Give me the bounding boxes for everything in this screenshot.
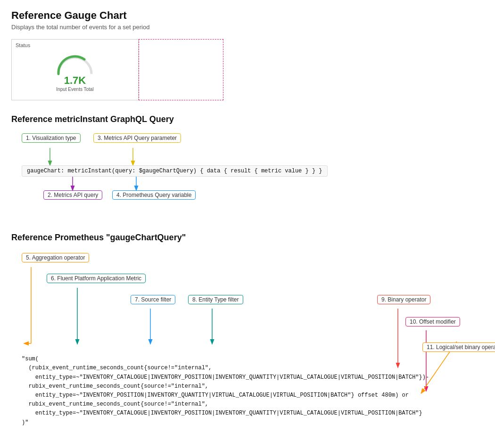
graphql-code: gaugeChart: metricInstant(query: $gaugeC… <box>22 165 328 177</box>
annotation-source-filter: 7. Source filter <box>131 295 175 304</box>
gauge-inner: 1.7K Input Events Total <box>16 42 134 97</box>
code-line-8: )" <box>22 419 28 426</box>
annotation-metrics-api-param: 3. Metrics API Query parameter <box>93 133 181 143</box>
annotation-logical-op: 11. Logical/set binary operator <box>422 342 495 352</box>
page-title: Reference Gauge Chart <box>11 9 484 22</box>
prom-title: Reference Prometheus "gaugeChartQuery" <box>11 233 484 243</box>
gauge-arc-svg <box>54 53 96 76</box>
graphql-title: Reference metricInstant GraphQL Query <box>11 114 484 124</box>
code-line-4: rubix_event_runtime_seconds_count{source… <box>22 383 208 390</box>
gauge-section: Status 1.7K Input Events Total <box>11 39 484 100</box>
gauge-metric-label: Input Events Total <box>56 87 93 92</box>
code-line-6: rubix_event_runtime_seconds_count{source… <box>22 401 208 407</box>
code-line-5: entity_type=~"INVENTORY_POSITION|INVENTO… <box>22 392 409 399</box>
annotation-agg-op: 5. Aggregation operator <box>22 253 89 262</box>
graphql-diagram: 1. Visualization type 3. Metrics API Que… <box>11 131 484 216</box>
annotation-offset-mod: 10. Offset modifier <box>405 317 460 326</box>
code-line-7: entity_type=~"INVENTORY_CATALOGUE|INVENT… <box>22 410 422 416</box>
page-subtitle: Displays the total number of events for … <box>11 24 484 31</box>
annotation-prom-query-var: 4. Prometheus Query variable <box>112 190 196 200</box>
annotation-viz-type: 1. Visualization type <box>22 133 81 143</box>
gauge-status-label: Status <box>16 42 30 48</box>
prom-diagram: 5. Aggregation operator 6. Fluent Platfo… <box>11 249 484 447</box>
graphql-section: Reference metricInstant GraphQL Query <box>11 114 484 216</box>
prom-section: Reference Prometheus "gaugeChartQuery" <box>11 233 484 447</box>
annotation-fluent-metric: 6. Fluent Platform Application Metric <box>47 274 146 283</box>
pink-dashed-box <box>139 39 223 100</box>
gauge-chart-box: Status 1.7K Input Events Total <box>11 39 139 100</box>
annotation-metrics-api-query: 2. Metrics API query <box>43 190 102 200</box>
code-line-2: (rubix_event_runtime_seconds_count{sourc… <box>22 365 212 371</box>
annotation-binary-op: 9. Binary operator <box>377 295 430 304</box>
gauge-arc <box>54 53 96 76</box>
annotation-entity-filter: 8. Entity Type filter <box>188 295 243 304</box>
prom-code-block: "sum( (rubix_event_runtime_seconds_count… <box>22 346 429 436</box>
code-line-1: "sum( <box>22 356 39 362</box>
code-line-3: entity_type=~"INVENTORY_CATALOGUE|INVENT… <box>22 374 429 381</box>
